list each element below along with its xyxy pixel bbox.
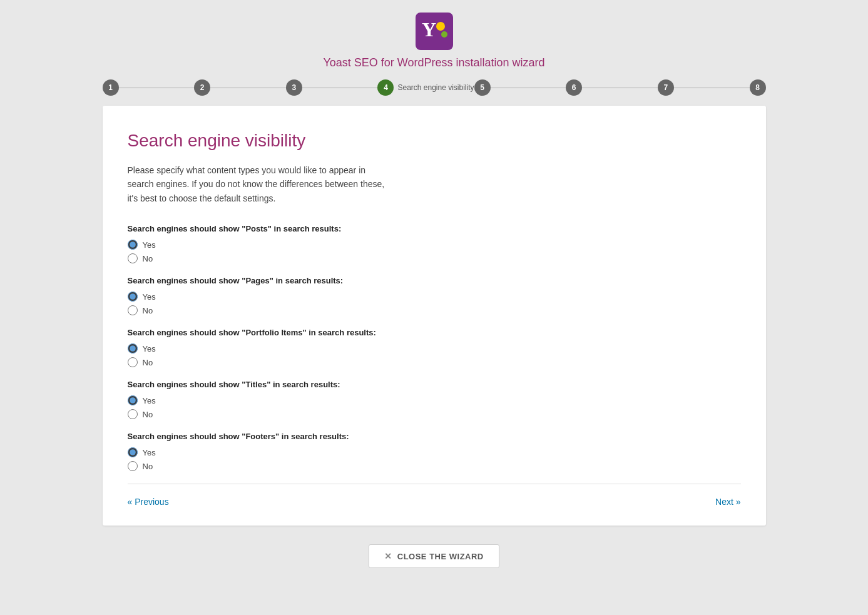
radio-titles-yes[interactable] <box>128 395 138 405</box>
step-circle-1: 1 <box>103 79 119 96</box>
radio-option-pages-no[interactable]: No <box>128 305 741 315</box>
radio-label-posts-no: No <box>143 254 153 263</box>
step-5: 5 <box>474 79 566 96</box>
question-group-pages: Search engines should show "Pages" in se… <box>128 276 741 315</box>
step-7: 7 <box>658 79 750 96</box>
radio-option-pages-yes[interactable]: Yes <box>128 292 741 302</box>
svg-point-3 <box>441 31 447 38</box>
svg-text:Y: Y <box>422 18 436 41</box>
radio-label-portfolio-no: No <box>143 358 153 367</box>
step-circle-7: 7 <box>658 79 674 96</box>
divider <box>128 484 741 484</box>
step-line-5 <box>491 88 566 88</box>
radio-footers-no[interactable] <box>128 461 138 471</box>
question-group-posts: Search engines should show "Posts" in se… <box>128 224 741 263</box>
nav-row: « Previous Next » <box>128 497 741 507</box>
radio-label-titles-no: No <box>143 410 153 419</box>
radio-titles-no[interactable] <box>128 409 138 419</box>
radio-posts-yes[interactable] <box>128 240 138 250</box>
next-link[interactable]: Next » <box>715 497 740 507</box>
step-line-6 <box>582 88 658 88</box>
step-circle-8: 8 <box>750 79 766 96</box>
step-2: 2 <box>194 79 286 96</box>
main-card: Search engine visibility Please specify … <box>103 106 766 526</box>
radio-label-pages-yes: Yes <box>143 292 156 302</box>
step-line-3 <box>302 88 378 88</box>
svg-point-2 <box>436 22 445 31</box>
step-6: 6 <box>566 79 658 96</box>
step-3: 3 <box>286 79 378 96</box>
step-circle-3: 3 <box>286 79 302 96</box>
step-circle-4: 4 <box>377 79 394 96</box>
page-wrapper: Y Yoast SEO for WordPress installation w… <box>0 0 868 593</box>
step-circle-2: 2 <box>194 79 210 96</box>
radio-option-portfolio-yes[interactable]: Yes <box>128 343 741 353</box>
question-label-posts: Search engines should show "Posts" in se… <box>128 224 741 233</box>
radio-label-posts-yes: Yes <box>143 240 156 250</box>
yoast-logo: Y <box>416 13 453 50</box>
app-title: Yoast SEO for WordPress installation wiz… <box>323 56 544 69</box>
radio-portfolio-no[interactable] <box>128 357 138 367</box>
radio-option-posts-yes[interactable]: Yes <box>128 240 741 250</box>
question-label-portfolio: Search engines should show "Portfolio It… <box>128 328 741 337</box>
question-group-portfolio: Search engines should show "Portfolio It… <box>128 328 741 367</box>
step-8: 8 <box>750 79 766 96</box>
radio-pages-no[interactable] <box>128 305 138 315</box>
radio-label-portfolio-yes: Yes <box>143 344 156 353</box>
step-circle-6: 6 <box>566 79 582 96</box>
header: Y Yoast SEO for WordPress installation w… <box>323 13 544 69</box>
step-4: 4 Search engine visibility <box>377 79 474 96</box>
question-label-pages: Search engines should show "Pages" in se… <box>128 276 741 285</box>
question-group-titles: Search engines should show "Titles" in s… <box>128 380 741 419</box>
previous-link[interactable]: « Previous <box>128 497 169 507</box>
radio-option-titles-yes[interactable]: Yes <box>128 395 741 405</box>
radio-posts-no[interactable] <box>128 253 138 263</box>
close-x-icon: ✕ <box>384 551 392 561</box>
question-group-footers: Search engines should show "Footers" in … <box>128 432 741 471</box>
radio-option-footers-yes[interactable]: Yes <box>128 447 741 457</box>
section-description: Please specify what content types you wo… <box>128 163 391 205</box>
radio-portfolio-yes[interactable] <box>128 343 138 353</box>
radio-label-footers-no: No <box>143 462 153 471</box>
section-title: Search engine visibility <box>128 131 741 151</box>
step-4-label: Search engine visibility <box>397 83 474 92</box>
radio-label-pages-no: No <box>143 306 153 315</box>
step-line-2 <box>210 88 286 88</box>
radio-footers-yes[interactable] <box>128 447 138 457</box>
radio-label-footers-yes: Yes <box>143 448 156 457</box>
close-wizard-label: CLOSE THE WIZARD <box>397 552 484 561</box>
radio-label-titles-yes: Yes <box>143 396 156 405</box>
step-circle-5: 5 <box>474 79 491 96</box>
close-wizard-bar: ✕ CLOSE THE WIZARD <box>369 544 499 568</box>
close-wizard-button[interactable]: ✕ CLOSE THE WIZARD <box>369 544 499 568</box>
wizard-steps: 1 2 3 4 Search engine visibility 5 6 7 <box>103 79 766 96</box>
radio-pages-yes[interactable] <box>128 292 138 302</box>
question-label-footers: Search engines should show "Footers" in … <box>128 432 741 441</box>
radio-option-titles-no[interactable]: No <box>128 409 741 419</box>
step-line-1 <box>119 88 195 88</box>
question-label-titles: Search engines should show "Titles" in s… <box>128 380 741 389</box>
radio-option-portfolio-no[interactable]: No <box>128 357 741 367</box>
radio-option-footers-no[interactable]: No <box>128 461 741 471</box>
step-4-with-label: 4 Search engine visibility <box>377 79 474 96</box>
radio-option-posts-no[interactable]: No <box>128 253 741 263</box>
step-line-7 <box>674 88 750 88</box>
step-1: 1 <box>103 79 195 96</box>
